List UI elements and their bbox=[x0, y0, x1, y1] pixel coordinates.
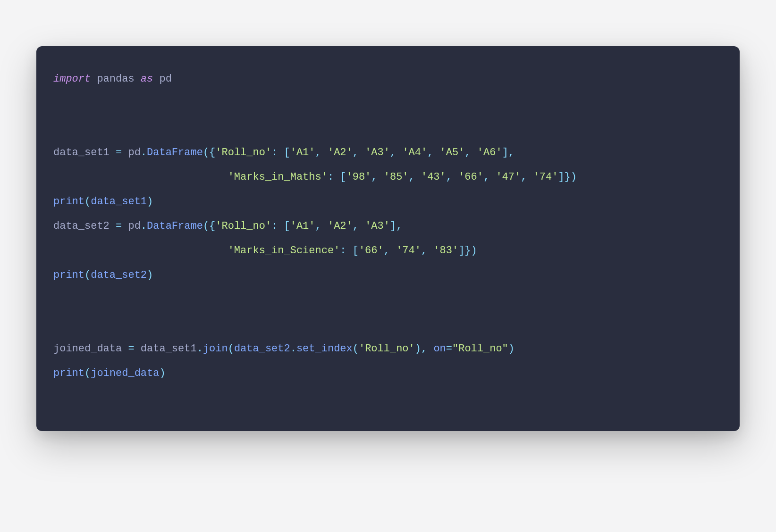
dot: . bbox=[141, 147, 147, 158]
comma: , bbox=[315, 147, 328, 158]
ident: data_set1 bbox=[135, 343, 197, 355]
str: 'A5' bbox=[440, 147, 465, 158]
comma: , bbox=[464, 147, 477, 158]
str: "Roll_no" bbox=[452, 343, 508, 355]
str: 'Marks_in_Science' bbox=[228, 245, 340, 257]
arg: joined_data bbox=[91, 367, 159, 379]
dot: . bbox=[141, 220, 147, 232]
code-card: import pandas as pd data_set1 = pd.DataF… bbox=[36, 46, 740, 431]
str: '98' bbox=[346, 171, 371, 183]
fn-dataframe: DataFrame bbox=[147, 147, 203, 158]
close: ]}) bbox=[558, 171, 577, 183]
str: 'A4' bbox=[402, 147, 427, 158]
module-name: pandas bbox=[91, 73, 141, 85]
str: '66' bbox=[458, 171, 483, 183]
lbracket: [ bbox=[346, 245, 359, 257]
str: 'Marks_in_Maths' bbox=[228, 171, 328, 183]
ident: joined_data bbox=[53, 343, 128, 355]
paren: ) bbox=[147, 196, 153, 208]
ident: pd bbox=[122, 220, 141, 232]
open: ({ bbox=[203, 147, 215, 158]
op-eq: = bbox=[116, 220, 122, 232]
colon: : bbox=[340, 245, 346, 257]
comma: , bbox=[384, 245, 396, 257]
paren: ( bbox=[84, 269, 91, 281]
paren: ( bbox=[353, 343, 359, 355]
str: 'Roll_no' bbox=[215, 147, 271, 158]
ident: data_set1 bbox=[53, 147, 116, 158]
str: 'A3' bbox=[365, 220, 390, 232]
arg: data_set2 bbox=[234, 343, 290, 355]
kwarg: on bbox=[427, 343, 446, 355]
str: 'A6' bbox=[477, 147, 502, 158]
fn-print: print bbox=[53, 367, 84, 379]
comma: , bbox=[427, 147, 439, 158]
paren: ), bbox=[415, 343, 427, 355]
comma: , bbox=[353, 147, 365, 158]
arg: data_set1 bbox=[91, 196, 147, 208]
str: '74' bbox=[396, 245, 421, 257]
open: ({ bbox=[203, 220, 215, 232]
paren: ( bbox=[84, 196, 91, 208]
dot: . bbox=[290, 343, 296, 355]
comma: , bbox=[521, 171, 533, 183]
lbracket: [ bbox=[278, 220, 290, 232]
lbracket: [ bbox=[278, 147, 290, 158]
str: 'A2' bbox=[328, 220, 353, 232]
op-eq: = bbox=[446, 343, 452, 355]
op-eq: = bbox=[116, 147, 122, 158]
ident: data_set2 bbox=[53, 220, 116, 232]
comma: , bbox=[315, 220, 328, 232]
str: '83' bbox=[433, 245, 458, 257]
colon: : bbox=[328, 171, 334, 183]
keyword-import: import bbox=[53, 73, 91, 85]
keyword-as: as bbox=[141, 73, 153, 85]
code-block: import pandas as pd data_set1 = pd.DataF… bbox=[53, 67, 723, 386]
fn-join: join bbox=[203, 343, 228, 355]
str: '74' bbox=[533, 171, 558, 183]
paren: ) bbox=[159, 367, 165, 379]
lbracket: [ bbox=[334, 171, 346, 183]
str: 'A1' bbox=[290, 220, 315, 232]
alias: pd bbox=[153, 73, 172, 85]
comma: , bbox=[390, 147, 402, 158]
fn-setindex: set_index bbox=[296, 343, 353, 355]
comma: , bbox=[371, 171, 383, 183]
op-eq: = bbox=[128, 343, 134, 355]
pad bbox=[53, 245, 228, 257]
colon: : bbox=[271, 220, 278, 232]
rbracket: ], bbox=[390, 220, 402, 232]
close: ]}) bbox=[458, 245, 477, 257]
comma: , bbox=[353, 220, 365, 232]
comma: , bbox=[446, 171, 458, 183]
str: '43' bbox=[421, 171, 446, 183]
pad bbox=[53, 171, 228, 183]
str: 'A3' bbox=[365, 147, 390, 158]
dot: . bbox=[197, 343, 203, 355]
paren: ( bbox=[228, 343, 234, 355]
comma: , bbox=[421, 245, 433, 257]
rbracket: ], bbox=[502, 147, 515, 158]
arg: data_set2 bbox=[91, 269, 147, 281]
ident: pd bbox=[122, 147, 141, 158]
str: 'Roll_no' bbox=[359, 343, 415, 355]
fn-print: print bbox=[53, 196, 84, 208]
str: '85' bbox=[384, 171, 409, 183]
comma: , bbox=[483, 171, 496, 183]
colon: : bbox=[271, 147, 278, 158]
fn-dataframe: DataFrame bbox=[147, 220, 203, 232]
str: '47' bbox=[496, 171, 521, 183]
str: '66' bbox=[359, 245, 384, 257]
fn-print: print bbox=[53, 269, 84, 281]
str: 'A1' bbox=[290, 147, 315, 158]
str: 'A2' bbox=[328, 147, 353, 158]
paren: ( bbox=[84, 367, 91, 379]
paren: ) bbox=[147, 269, 153, 281]
paren: ) bbox=[508, 343, 515, 355]
str: 'Roll_no' bbox=[215, 220, 271, 232]
comma: , bbox=[409, 171, 421, 183]
